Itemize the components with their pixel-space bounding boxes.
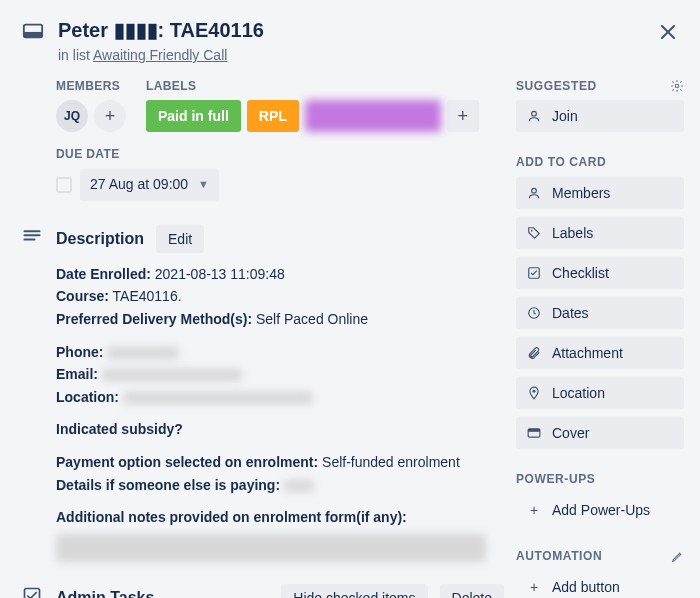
card-modal: Peter ▮▮▮▮: TAE40116 in list Awaiting Fr… — [0, 0, 700, 598]
attachment-label: Attachment — [552, 345, 623, 361]
desc-value: Self Paced Online — [256, 311, 368, 327]
description-icon — [22, 227, 42, 562]
svg-point-6 — [531, 230, 533, 232]
cover-icon — [526, 426, 542, 440]
desc-value: 2021-08-13 11:09:48 — [155, 266, 285, 282]
svg-point-5 — [532, 189, 537, 194]
location-icon — [526, 386, 542, 400]
location-label: Location — [552, 385, 605, 401]
chevron-down-icon: ▼ — [198, 177, 209, 192]
label-chip[interactable] — [305, 100, 441, 132]
due-checkbox[interactable] — [56, 177, 72, 193]
members-heading: MEMBERS — [56, 78, 126, 95]
add-button-button[interactable]: +Add button — [516, 571, 684, 598]
members-button[interactable]: Members — [516, 177, 684, 209]
description-content[interactable]: Date Enrolled: 2021-08-13 11:09:48 Cours… — [56, 265, 504, 562]
description-section: Description Edit Date Enrolled: 2021-08-… — [22, 225, 504, 562]
paperclip-icon — [526, 346, 542, 360]
desc-label: Payment option selected on enrolment: — [56, 454, 318, 470]
description-title: Description — [56, 228, 144, 250]
desc-label: Course: — [56, 288, 109, 304]
label-chip[interactable]: Paid in full — [146, 100, 241, 132]
edit-description-button[interactable]: Edit — [156, 225, 204, 253]
due-heading: DUE DATE — [56, 146, 504, 163]
pencil-icon — [671, 550, 684, 563]
join-button[interactable]: Join — [516, 100, 684, 132]
close-icon — [660, 24, 676, 40]
members-label: Members — [552, 185, 610, 201]
location-button[interactable]: Location — [516, 377, 684, 409]
add-powerups-label: Add Power-Ups — [552, 502, 650, 518]
card-icon — [22, 20, 44, 42]
desc-label: Details if someone else is paying: — [56, 477, 280, 493]
in-list-prefix: in list — [58, 47, 93, 63]
desc-label: Location: — [56, 389, 119, 405]
card-header: Peter ▮▮▮▮: TAE40116 in list Awaiting Fr… — [0, 16, 700, 66]
labels-heading: LABELS — [146, 78, 479, 95]
dates-button[interactable]: Dates — [516, 297, 684, 329]
desc-label: Date Enrolled: — [56, 266, 151, 282]
delete-checklist-button[interactable]: Delete — [440, 584, 504, 598]
labels-button[interactable]: Labels — [516, 217, 684, 249]
hide-checked-button[interactable]: Hide checked items — [281, 584, 427, 598]
plus-icon: + — [526, 579, 542, 595]
clock-icon — [526, 306, 542, 320]
svg-rect-1 — [24, 32, 42, 37]
user-icon — [526, 186, 542, 200]
add-button-label: Add button — [552, 579, 620, 595]
side-heading-add: ADD TO CARD — [516, 154, 684, 171]
desc-label: Email: — [56, 366, 98, 382]
due-date-button[interactable]: 27 Aug at 09:00 ▼ — [80, 169, 219, 201]
label-chip[interactable]: RPL — [247, 100, 299, 132]
checklist-section: Admin Tasks Hide checked items Delete — [22, 584, 504, 598]
join-label: Join — [552, 108, 578, 124]
cover-button[interactable]: Cover — [516, 417, 684, 449]
side-heading-automation: AUTOMATION — [516, 548, 602, 565]
card-title-block: Peter ▮▮▮▮: TAE40116 in list Awaiting Fr… — [58, 16, 648, 66]
checklist-icon — [22, 586, 42, 598]
svg-point-4 — [532, 112, 537, 117]
card-title[interactable]: Peter ▮▮▮▮: TAE40116 — [58, 16, 648, 44]
labels-block: LABELS Paid in full RPL + — [146, 78, 479, 133]
desc-value: TAE40116. — [113, 288, 182, 304]
svg-point-9 — [533, 390, 536, 393]
plus-icon: + — [526, 502, 542, 518]
dates-label: Dates — [552, 305, 589, 321]
checklist-icon — [526, 266, 542, 280]
desc-label: Additional notes provided on enrolment f… — [56, 509, 407, 525]
card-in-list: in list Awaiting Friendly Call — [58, 46, 648, 66]
user-icon — [526, 109, 542, 123]
list-name-link[interactable]: Awaiting Friendly Call — [93, 47, 227, 63]
labels-label: Labels — [552, 225, 593, 241]
suggested-settings-button[interactable] — [670, 79, 684, 93]
automation-edit-button[interactable] — [671, 550, 684, 563]
checklist-title[interactable]: Admin Tasks — [56, 587, 154, 598]
gear-icon — [670, 79, 684, 93]
due-date-text: 27 Aug at 09:00 — [90, 175, 188, 195]
checklist-button[interactable]: Checklist — [516, 257, 684, 289]
side-column: SUGGESTED Join ADD TO CARD Members Label… — [516, 78, 684, 598]
main-column: MEMBERS JQ + LABELS Paid in full RPL + — [22, 78, 504, 598]
svg-rect-11 — [528, 429, 540, 432]
side-heading-powerups: POWER-UPS — [516, 471, 684, 488]
desc-value: Self-funded enrolment — [322, 454, 460, 470]
side-heading-suggested: SUGGESTED — [516, 78, 597, 95]
desc-label: Preferred Delivery Method(s): — [56, 311, 252, 327]
checklist-label: Checklist — [552, 265, 609, 281]
attachment-button[interactable]: Attachment — [516, 337, 684, 369]
due-date-block: DUE DATE 27 Aug at 09:00 ▼ — [56, 146, 504, 200]
desc-label: Phone: — [56, 344, 103, 360]
members-block: MEMBERS JQ + — [56, 78, 126, 133]
cover-label: Cover — [552, 425, 589, 441]
add-powerups-button[interactable]: +Add Power-Ups — [516, 494, 684, 526]
add-member-button[interactable]: + — [94, 100, 126, 132]
desc-label: Indicated subsidy? — [56, 421, 183, 437]
close-button[interactable] — [652, 16, 684, 48]
add-label-button[interactable]: + — [447, 100, 479, 132]
svg-point-3 — [675, 84, 679, 88]
member-avatar[interactable]: JQ — [56, 100, 88, 132]
tag-icon — [526, 226, 542, 240]
